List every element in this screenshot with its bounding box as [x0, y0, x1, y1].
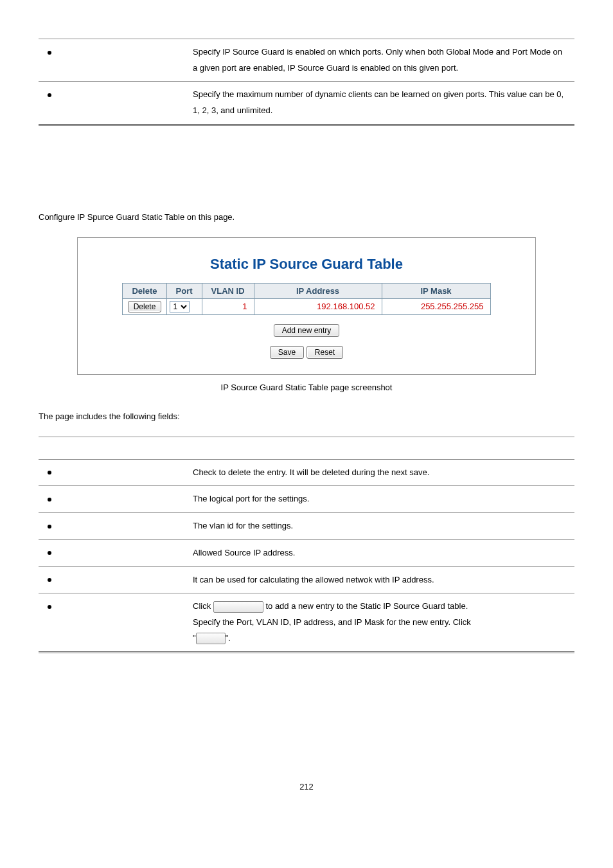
- delete-button[interactable]: Delete: [128, 301, 162, 312]
- inline-save-button[interactable]: [196, 633, 226, 644]
- config-paragraph: Configure IP Spurce Guard Static Table o…: [39, 212, 574, 222]
- mask-desc: It can be used for calculating the allow…: [186, 566, 574, 593]
- col-ip: IP Address: [254, 283, 382, 298]
- bullet-icon: [48, 551, 51, 555]
- bullet-icon: [48, 525, 51, 529]
- static-table-figure: Static IP Source Guard Table Delete Port…: [77, 237, 536, 375]
- text-click: Click: [193, 601, 211, 611]
- col-port: Port: [166, 283, 202, 298]
- vlan-value: 1: [202, 298, 254, 314]
- port-mode-table: Specify IP Source Guard is enabled on wh…: [39, 39, 574, 126]
- reset-button[interactable]: Reset: [306, 346, 343, 359]
- save-button[interactable]: Save: [270, 346, 304, 359]
- static-ip-guard-table: Delete Port VLAN ID IP Address IP Mask D…: [122, 283, 490, 315]
- mask-value: 255.255.255.255: [382, 298, 490, 314]
- text-line2a: Specify the Port, VLAN ID, IP address, a…: [193, 617, 471, 627]
- ip-desc: Allowed Source IP address.: [186, 539, 574, 566]
- inline-add-button[interactable]: [213, 601, 263, 613]
- port-mode-desc: Specify IP Source Guard is enabled on wh…: [186, 39, 574, 82]
- bullet-icon: [48, 93, 51, 97]
- col-mask: IP Mask: [382, 283, 490, 298]
- bullet-icon: [48, 471, 51, 475]
- bullet-icon: [48, 51, 51, 55]
- figure-title: Static IP Source Guard Table: [97, 256, 516, 273]
- delete-desc: Check to delete the entry. It will be de…: [186, 459, 574, 486]
- col-vlan: VLAN ID: [202, 283, 254, 298]
- fields-intro: The page includes the following fields:: [39, 411, 574, 421]
- add-entry-desc: Click to add a new entry to the Static I…: [186, 593, 574, 653]
- col-delete: Delete: [123, 283, 166, 298]
- bullet-icon: [48, 605, 51, 609]
- port-select[interactable]: 1: [170, 301, 190, 312]
- add-new-entry-button[interactable]: Add new entry: [274, 324, 340, 337]
- vlan-desc: The vlan id for the settings.: [186, 513, 574, 540]
- text-quote-open: ": [193, 633, 196, 643]
- text-tail: to add a new entry to the Static IP Sour…: [265, 601, 468, 611]
- port-desc: The logical port for the settings.: [186, 486, 574, 513]
- max-clients-desc: Specify the maximum number of dynamic cl…: [186, 82, 574, 125]
- page-number: 212: [39, 782, 574, 791]
- table-row: Delete 1 1 192.168.100.52 255.255.255.25…: [123, 298, 490, 314]
- bullet-icon: [48, 498, 51, 502]
- bullet-icon: [48, 578, 51, 582]
- text-quote-close: ".: [226, 633, 231, 643]
- ip-value: 192.168.100.52: [254, 298, 382, 314]
- fields-table: Check to delete the entry. It will be de…: [39, 437, 574, 654]
- figure-caption: IP Source Guard Static Table page screen…: [39, 383, 574, 392]
